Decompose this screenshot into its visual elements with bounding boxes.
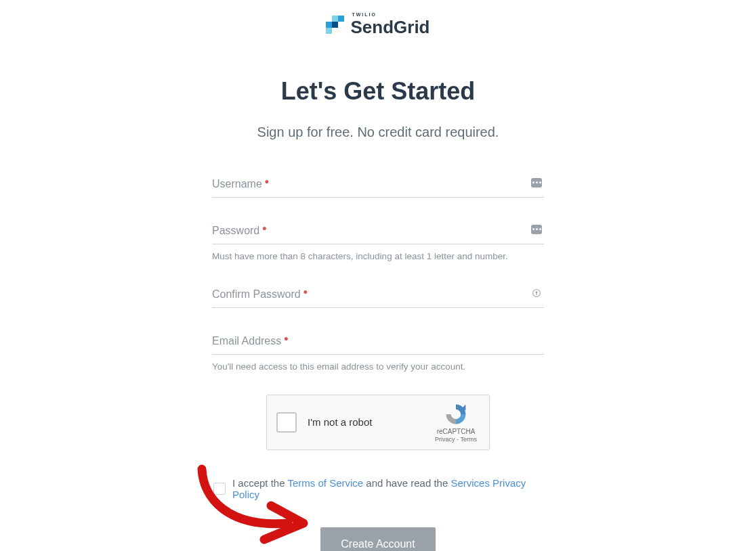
svg-point-7 [536, 291, 538, 293]
svg-rect-0 [326, 22, 332, 28]
username-field-wrap: Username• [212, 174, 544, 198]
recaptcha-brand-text: reCAPTCHA [432, 428, 480, 435]
svg-rect-1 [332, 22, 338, 28]
submit-wrap: Create Account [212, 527, 544, 552]
recaptcha-widget: I'm not a robot reCAPTCHA Privacy - Term… [266, 395, 490, 450]
terms-text: I accept the Terms of Service and have r… [232, 477, 544, 500]
email-field-wrap: Email Address• [212, 331, 544, 355]
logo-small-text: TWILIO [352, 12, 377, 17]
recaptcha-brand: reCAPTCHA Privacy - Terms [432, 402, 480, 443]
recaptcha-checkbox[interactable] [276, 412, 297, 433]
email-helper: You'll need access to this email address… [212, 361, 544, 372]
recaptcha-privacy-link[interactable]: Privacy [435, 436, 455, 443]
password-input[interactable] [212, 221, 544, 244]
svg-rect-3 [338, 16, 344, 22]
terms-checkbox[interactable] [213, 483, 226, 495]
recaptcha-logo-icon [444, 402, 468, 426]
logo-main-text: SendGrid [350, 18, 429, 36]
confirm-password-field-wrap: Confirm Password• [212, 284, 544, 308]
page-heading: Let's Get Started [107, 77, 649, 106]
svg-rect-2 [332, 16, 338, 22]
logo-area: TWILIO SendGrid [107, 12, 649, 37]
create-account-button[interactable]: Create Account [320, 527, 435, 552]
recaptcha-terms-link[interactable]: Terms [460, 436, 477, 443]
password-manager-icon[interactable] [530, 177, 543, 189]
terms-of-service-link[interactable]: Terms of Service [287, 477, 363, 489]
terms-prefix: I accept the [232, 477, 287, 489]
svg-rect-4 [326, 28, 332, 34]
lock-icon [530, 287, 543, 299]
recaptcha-label: I'm not a robot [308, 416, 432, 428]
terms-row: I accept the Terms of Service and have r… [212, 477, 544, 500]
sendgrid-logo: TWILIO SendGrid [326, 12, 429, 36]
username-input[interactable] [212, 174, 544, 198]
password-manager-icon[interactable] [530, 223, 543, 236]
password-field-wrap: Password• [212, 221, 544, 244]
sendgrid-logo-icon [326, 15, 345, 34]
recaptcha-links: Privacy - Terms [432, 436, 480, 443]
signup-form: Username• Password• Must have more than … [212, 174, 544, 552]
page-subheading: Sign up for free. No credit card require… [107, 125, 649, 140]
terms-middle: and have read the [363, 477, 450, 489]
email-input[interactable] [212, 331, 544, 355]
password-helper: Must have more than 8 characters, includ… [212, 251, 544, 261]
confirm-password-input[interactable] [212, 284, 544, 308]
signup-form-container: TWILIO SendGrid Let's Get Started Sign u… [107, 0, 649, 551]
